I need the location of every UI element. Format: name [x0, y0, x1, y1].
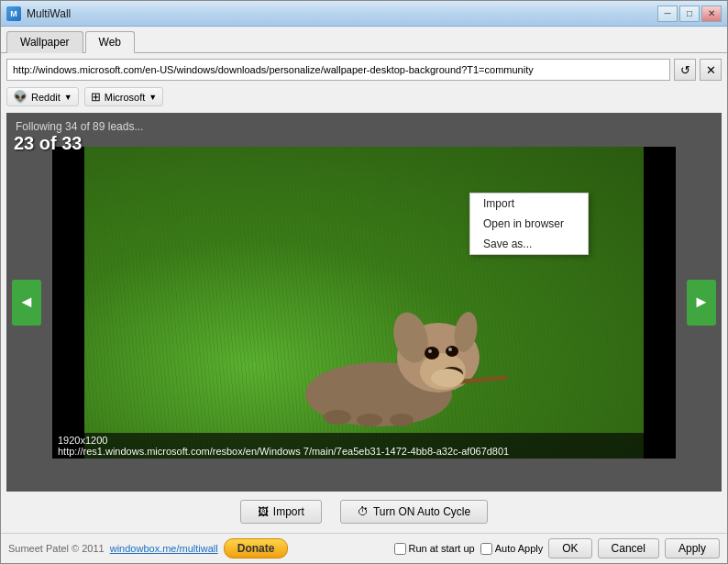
microsoft-icon: ⊞	[91, 90, 101, 104]
website-link[interactable]: windowbox.me/multiwall	[110, 543, 218, 554]
close-button[interactable]: ✕	[701, 6, 722, 22]
context-menu-save-as[interactable]: Save as...	[470, 234, 588, 254]
maximize-button[interactable]: □	[679, 6, 700, 22]
context-menu-import[interactable]: Import	[470, 194, 588, 214]
image-resolution: 1920x1200	[58, 435, 670, 446]
black-right	[644, 147, 676, 459]
url-input[interactable]	[6, 59, 670, 81]
run-at-startup-label: Run at start up	[409, 543, 475, 554]
content-area: ↺ ✕ 👽 Reddit ▼ ⊞ Microsoft ▼ Following 3…	[1, 53, 727, 533]
svg-point-11	[431, 369, 464, 387]
window-title: MultiWall	[27, 7, 657, 20]
import-button[interactable]: 🖼 Import	[240, 500, 322, 524]
auto-apply-group: Auto Apply	[480, 543, 544, 555]
viewer-section: Following 34 of 89 leads... 23 of 33 ◄	[6, 113, 722, 492]
context-menu: Import Open in browser Save as...	[469, 193, 589, 255]
copyright-text: Sumeet Patel © 2011	[8, 543, 105, 554]
svg-point-7	[446, 346, 458, 357]
stop-button[interactable]: ✕	[700, 59, 722, 81]
auto-apply-label: Auto Apply	[495, 543, 544, 554]
apply-button[interactable]: Apply	[665, 538, 720, 558]
auto-apply-checkbox[interactable]	[480, 543, 492, 555]
image-container: Import Open in browser Save as...	[52, 147, 676, 459]
black-left	[52, 147, 84, 459]
image-info-bar: 1920x1200 http://res1.windows.microsoft.…	[52, 433, 676, 459]
run-at-startup-checkbox[interactable]	[394, 543, 406, 555]
svg-point-13	[357, 414, 382, 426]
title-bar: M MultiWall ─ □ ✕	[1, 1, 727, 27]
tab-web[interactable]: Web	[85, 31, 135, 53]
url-bar: ↺ ✕	[6, 59, 722, 81]
app-icon: M	[6, 6, 21, 21]
context-menu-open-browser[interactable]: Open in browser	[470, 214, 588, 234]
tabs-bar: Wallpaper Web	[1, 27, 727, 53]
ok-button[interactable]: OK	[548, 538, 591, 558]
nav-next-button[interactable]: ►	[687, 280, 716, 326]
svg-point-14	[390, 414, 414, 426]
svg-point-8	[428, 349, 432, 353]
image-url: http://res1.windows.microsoft.com/resbox…	[58, 446, 670, 457]
donate-button[interactable]: Donate	[224, 538, 289, 558]
timer-icon: ⏱	[358, 505, 369, 518]
nav-prev-button[interactable]: ◄	[12, 280, 41, 326]
window-controls: ─ □ ✕	[657, 6, 722, 22]
footer-bar: Sumeet Patel © 2011 windowbox.me/multiwa…	[1, 533, 727, 563]
bookmark-microsoft[interactable]: ⊞ Microsoft ▼	[84, 87, 164, 106]
bookmark-reddit[interactable]: 👽 Reddit ▼	[6, 87, 79, 106]
bottom-buttons: 🖼 Import ⏱ Turn ON Auto Cycle	[6, 496, 722, 527]
auto-cycle-button[interactable]: ⏱ Turn ON Auto Cycle	[340, 500, 488, 524]
run-at-startup-group: Run at start up	[394, 543, 475, 555]
app-window: M MultiWall ─ □ ✕ Wallpaper Web ↺ ✕ 👽 Re…	[0, 0, 728, 564]
dog-svg	[269, 266, 507, 431]
import-icon: 🖼	[258, 505, 269, 518]
minimize-button[interactable]: ─	[657, 6, 678, 22]
bookmarks-bar: 👽 Reddit ▼ ⊞ Microsoft ▼	[6, 85, 722, 108]
tab-wallpaper[interactable]: Wallpaper	[6, 31, 83, 53]
svg-point-12	[324, 410, 351, 425]
image-area: Import Open in browser Save as... 1920x1…	[52, 147, 676, 459]
svg-point-9	[448, 348, 452, 351]
svg-point-6	[425, 347, 439, 359]
image-counter: 23 of 33	[14, 133, 82, 154]
main-image[interactable]: Import Open in browser Save as...	[84, 147, 644, 459]
reddit-icon: 👽	[13, 90, 28, 104]
refresh-button[interactable]: ↺	[674, 59, 696, 81]
following-text: Following 34 of 89 leads...	[16, 120, 143, 133]
cancel-button[interactable]: Cancel	[598, 538, 659, 558]
